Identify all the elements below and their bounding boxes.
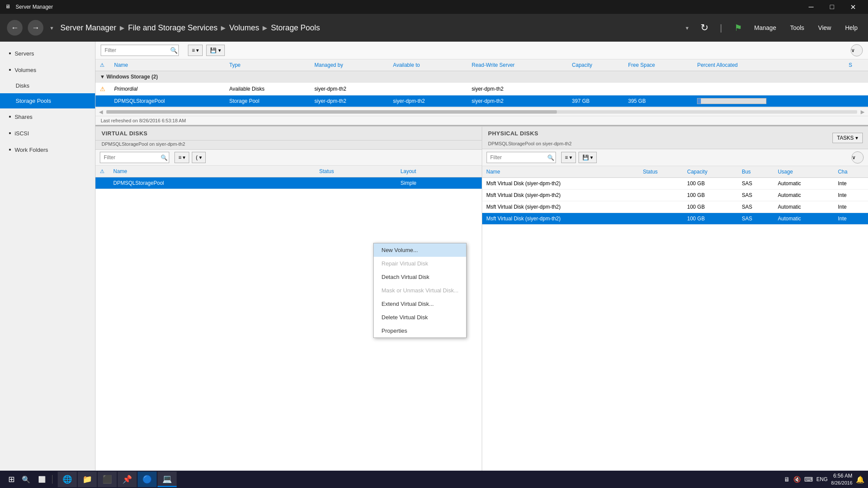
vdisk-save-btn[interactable]: ( ▾ (192, 152, 205, 163)
available-cell (389, 83, 467, 95)
pdisk-capacity-header[interactable]: Capacity (683, 166, 737, 178)
horizontal-scrollbar[interactable] (106, 110, 857, 114)
search-button[interactable]: 🔍 (19, 472, 33, 486)
group-header-windows-storage: ▼ Windows Storage (2) (95, 71, 868, 83)
col-name-header[interactable]: Name (110, 59, 225, 71)
pdisk-filter-input[interactable] (487, 152, 556, 163)
vdisk-view-btn[interactable]: ≡ ▾ (174, 152, 189, 163)
pool-table-scroll[interactable]: ⚠ Name Type Managed by Available to Read… (95, 59, 868, 107)
table-row[interactable]: Msft Virtual Disk (siyer-dpm-th2) 100 GB… (482, 190, 868, 201)
breadcrumb-file-storage[interactable]: File and Storage Services (128, 23, 217, 33)
taskbar-app-cmd[interactable]: ⬛ (98, 472, 117, 487)
minimize-button[interactable]: ─ (801, 0, 821, 14)
taskbar-app-explorer[interactable]: 📁 (78, 472, 97, 487)
context-menu-item-extend[interactable]: Extend Virtual Disk... (374, 297, 466, 311)
breadcrumb-server-manager[interactable]: Server Manager (60, 23, 116, 33)
last-refreshed-text: Last refreshed on 8/26/2016 6:53:18 AM (101, 118, 186, 123)
col-status-header[interactable]: S (845, 59, 868, 71)
forward-button[interactable]: → (28, 20, 43, 36)
pdisk-name-header[interactable]: Name (482, 166, 639, 178)
help-menu[interactable]: Help (842, 23, 861, 33)
back-button[interactable]: ← (7, 20, 23, 36)
capacity-cell-sel: 397 GB (568, 95, 624, 107)
pdisk-bus-header[interactable]: Bus (737, 166, 773, 178)
view-toggle-btn[interactable]: ≡ ▾ (188, 45, 203, 56)
vdisk-name-header[interactable]: Name (109, 166, 315, 177)
vdisk-search-icon: 🔍 (161, 154, 168, 161)
managed-cell-sel: siyer-dpm-th2 (310, 95, 389, 107)
warn-cell: ⚠ (95, 83, 110, 95)
breadcrumb-sep-1: ▶ (120, 24, 125, 31)
col-managed-header[interactable]: Managed by (310, 59, 389, 71)
scroll-left[interactable]: ◀ (99, 109, 103, 115)
context-menu-item-repair[interactable]: Repair Virtual Disk (374, 257, 466, 270)
col-type-header[interactable]: Type (225, 59, 310, 71)
group-expand-icon[interactable]: ▼ (100, 74, 106, 80)
sidebar-item-storage-pools[interactable]: Storage Pools (0, 93, 95, 108)
vdisk-status-header[interactable]: Status (315, 166, 396, 177)
vdisk-filter-input[interactable] (100, 152, 169, 163)
sidebar-item-disks[interactable]: Disks (0, 78, 95, 93)
table-row[interactable]: Msft Virtual Disk (siyer-dpm-th2) 100 GB… (482, 213, 868, 225)
context-menu-item-new-volume[interactable]: New Volume... (374, 243, 466, 257)
window-controls: ─ □ ✕ (801, 0, 863, 14)
col-percent-header[interactable]: Percent Allocated (693, 59, 844, 71)
taskbar-app-ie[interactable]: 🌐 (58, 472, 77, 487)
pdisk-cha-header[interactable]: Cha (834, 166, 868, 178)
vdisk-layout-header[interactable]: Layout (396, 166, 482, 177)
sidebar-item-volumes[interactable]: ▪ Volumes (0, 62, 95, 78)
refresh-button[interactable]: ↻ (697, 21, 711, 35)
table-row[interactable]: Msft Virtual Disk (siyer-dpm-th2) 100 GB… (482, 178, 868, 190)
pdisk-table-scroll[interactable]: Name Status Capacity Bus Usage Cha Msft … (482, 166, 868, 471)
breadcrumb-storage-pools[interactable]: Storage Pools (271, 23, 320, 33)
table-row[interactable]: DPMSQLStoragePool Simple (95, 177, 482, 189)
context-menu-item-properties[interactable]: Properties (374, 324, 466, 337)
pdisk-usage-header[interactable]: Usage (773, 166, 833, 178)
maximize-button[interactable]: □ (822, 0, 842, 14)
network-icon: 🖥 (784, 476, 790, 483)
table-row[interactable]: ⚠ Primordial Available Disks siyer-dpm-t… (95, 83, 868, 95)
close-button[interactable]: ✕ (843, 0, 863, 14)
notification-button[interactable]: 🔔 (856, 475, 865, 484)
view-menu[interactable]: View (815, 23, 835, 33)
collapse-btn[interactable]: ∨ (851, 44, 863, 56)
pool-filter-input[interactable] (101, 45, 179, 56)
context-menu-item-mask[interactable]: Mask or Unmask Virtual Disk... (374, 284, 466, 297)
start-button[interactable]: ⊞ (3, 472, 19, 487)
table-row[interactable]: DPMSQLStoragePool Storage Pool siyer-dpm… (95, 95, 868, 107)
pdisk-collapse-btn[interactable]: ∨ (852, 151, 864, 164)
group-header-label: Windows Storage (2) (106, 74, 158, 80)
clock[interactable]: 6:56 AM 8/26/2016 (831, 472, 852, 486)
percent-cell (693, 83, 844, 95)
sidebar-item-servers[interactable]: ▪ Servers (0, 45, 95, 62)
taskbar-app-servermgr[interactable]: 💻 (158, 472, 177, 487)
pdisk-view-btn[interactable]: ≡ ▾ (561, 152, 576, 163)
breadcrumb-dropdown[interactable]: ▾ (686, 25, 689, 31)
breadcrumb-volumes[interactable]: Volumes (229, 23, 259, 33)
save-btn[interactable]: 💾 ▾ (206, 45, 224, 56)
taskbar-app-blue[interactable]: 🔵 (138, 472, 157, 487)
tools-menu[interactable]: Tools (786, 23, 808, 33)
time-display: 6:56 AM (831, 472, 852, 480)
scroll-right[interactable]: ▶ (861, 109, 865, 115)
taskbar-divider (52, 475, 53, 484)
col-rw-header[interactable]: Read-Write Server (467, 59, 568, 71)
nav-dropdown-arrow[interactable]: ▾ (50, 25, 53, 31)
col-available-header[interactable]: Available to (389, 59, 467, 71)
table-row[interactable]: Msft Virtual Disk (siyer-dpm-th2) 100 GB… (482, 201, 868, 213)
sidebar-item-work-folders[interactable]: ▪ Work Folders (0, 141, 95, 158)
col-capacity-header[interactable]: Capacity (568, 59, 624, 71)
context-menu-item-delete[interactable]: Delete Virtual Disk (374, 311, 466, 324)
pdisk-save-btn[interactable]: 💾 ▾ (579, 152, 597, 163)
task-view-button[interactable]: ⬜ (33, 472, 50, 487)
col-freespace-header[interactable]: Free Space (624, 59, 693, 71)
breadcrumb-sep-3: ▶ (263, 24, 267, 31)
tasks-button[interactable]: TASKS ▾ (832, 133, 863, 143)
pdisk-usage-2: Automatic (773, 190, 833, 201)
manage-menu[interactable]: Manage (751, 23, 780, 33)
context-menu-item-detach[interactable]: Detach Virtual Disk (374, 270, 466, 284)
pdisk-status-header[interactable]: Status (638, 166, 683, 178)
sidebar-item-iscsi[interactable]: ▪ iSCSI (0, 125, 95, 141)
sidebar-item-shares[interactable]: ▪ Shares (0, 108, 95, 125)
taskbar-app-pinned[interactable]: 📌 (118, 472, 137, 487)
